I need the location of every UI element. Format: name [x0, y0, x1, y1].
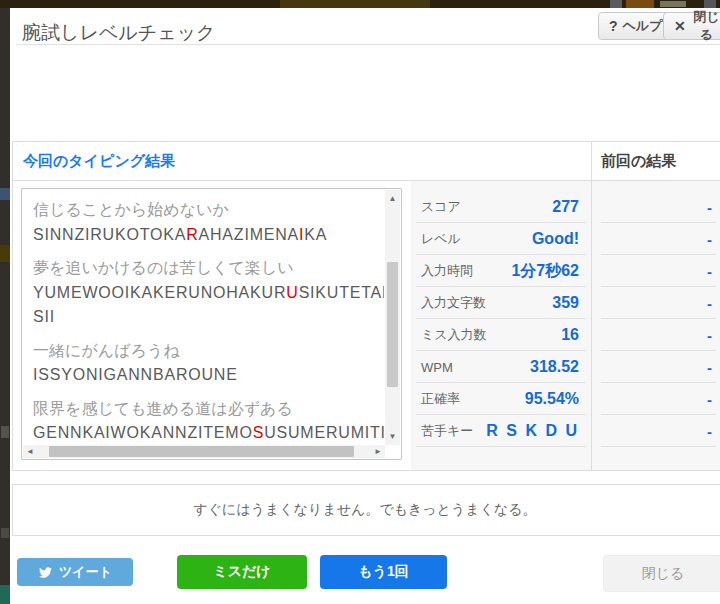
result-label: WPM: [421, 360, 453, 375]
previous-result-row: -: [592, 351, 720, 383]
miss-letter: U: [286, 284, 298, 301]
page-background-top: [0, 0, 720, 8]
background-fragment: [660, 1, 686, 7]
result-message: すぐにはうまくなりません。でもきっとうまくなる。: [193, 501, 536, 519]
result-value: 318.52: [530, 358, 579, 376]
previous-results-title: 前回の結果: [601, 152, 676, 171]
previous-result-value: -: [707, 231, 712, 248]
horizontal-scroll-thumb[interactable]: [49, 446, 354, 457]
result-value: 359: [552, 294, 579, 312]
result-label: 苦手キー: [421, 422, 473, 440]
background-fragment: [626, 0, 654, 8]
kana-line: 一緒にがんばろうね: [33, 339, 384, 364]
results-section: 今回のタイピング結果 前回の結果 信じることから始めないかSINNZIRUKOT…: [12, 141, 720, 471]
result-value: R S K D U: [486, 422, 579, 440]
page-background-left: [0, 8, 10, 604]
previous-result-row: -: [592, 383, 720, 415]
previous-result-value: -: [707, 391, 712, 408]
twitter-bird-icon: [38, 566, 53, 579]
kana-line: 夢を追いかけるのは苦しくて楽しい: [33, 256, 384, 281]
previous-result-value: -: [707, 423, 712, 440]
scroll-right-icon[interactable]: ►: [371, 445, 385, 458]
result-label: 入力時間: [421, 262, 473, 280]
background-fragment: [1, 528, 9, 538]
close-icon: ✕: [674, 18, 686, 34]
text-paragraph: 夢を追いかけるのは苦しくて楽しいYUMEWOOIKAKERUNOHAKURUSI…: [33, 256, 384, 330]
background-fragment: [0, 245, 10, 262]
result-row: レベルGood!: [411, 223, 591, 255]
result-row: 正確率95.54%: [411, 383, 591, 415]
previous-result-value: -: [707, 327, 712, 344]
close-button[interactable]: 閉じる: [603, 555, 720, 592]
previous-result-row: -: [592, 255, 720, 287]
result-row: ミス入力数16: [411, 319, 591, 351]
vertical-scrollbar[interactable]: ▲ ▼: [385, 190, 400, 445]
previous-result-value: -: [707, 263, 712, 280]
result-row: WPM318.52: [411, 351, 591, 383]
previous-result-row: -: [592, 287, 720, 319]
background-fragment: [0, 585, 10, 604]
previous-result-row: -: [592, 223, 720, 255]
previous-result-row: -: [592, 415, 720, 447]
dialog-close-button[interactable]: ✕ 閉じる: [663, 12, 720, 40]
typing-text-area[interactable]: 信じることから始めないかSINNZIRUKOTOKARAHAZIMENAIKA夢…: [21, 188, 402, 460]
result-row: スコア277: [411, 191, 591, 223]
miss-letter: S: [253, 424, 264, 441]
background-fragment: [1, 426, 9, 438]
previous-result-row: -: [592, 319, 720, 351]
result-row: 入力文字数359: [411, 287, 591, 319]
kana-line: 信じることから始めないか: [33, 198, 384, 223]
scroll-down-icon[interactable]: ▼: [385, 429, 400, 444]
scroll-left-icon[interactable]: ◄: [23, 445, 37, 458]
result-value: 1分7秒62: [511, 261, 579, 282]
horizontal-scrollbar[interactable]: ◄ ►: [23, 445, 385, 458]
background-fragment: [0, 188, 10, 200]
scroll-up-icon[interactable]: ▲: [385, 191, 400, 206]
miss-only-button[interactable]: ミスだけ: [177, 555, 307, 589]
previous-result-value: -: [707, 295, 712, 312]
vertical-scroll-thumb[interactable]: [387, 262, 398, 387]
result-label: スコア: [421, 198, 461, 216]
romaji-line: ISSYONIGANNBAROUNE: [33, 363, 384, 388]
typing-text-content: 信じることから始めないかSINNZIRUKOTOKARAHAZIMENAIKA夢…: [23, 190, 384, 444]
romaji-line: SINNZIRUKOTOKARAHAZIMENAIKA: [33, 223, 384, 248]
tweet-button-label: ツイート: [59, 563, 112, 581]
result-row: 入力時間1分7秒62: [411, 255, 591, 287]
result-value: 277: [552, 198, 579, 216]
romaji-line: GENNKAIWOKANNZITEMOSUSUMERUMITIH: [33, 421, 384, 444]
current-results-table: スコア277レベルGood!入力時間1分7秒62入力文字数359ミス入力数16W…: [411, 181, 591, 470]
retry-button[interactable]: もう1回: [320, 555, 447, 589]
background-fragment: [704, 0, 716, 8]
romaji-line: SII: [33, 305, 384, 330]
previous-result-value: -: [707, 199, 712, 216]
result-value: 95.54%: [525, 390, 579, 408]
level-check-dialog: 腕試しレベルチェック ? ヘルプ ✕ 閉じる 今回のタイピング結果 前回の結果 …: [10, 8, 720, 604]
text-paragraph: 一緒にがんばろうねISSYONIGANNBAROUNE: [33, 339, 384, 388]
romaji-line: YUMEWOOIKAKERUNOHAKURUSIKUTETANO: [33, 281, 384, 306]
result-label: レベル: [421, 230, 461, 248]
question-icon: ?: [609, 18, 618, 34]
previous-result-value: -: [707, 359, 712, 376]
background-fragment: [280, 0, 430, 8]
result-label: 入力文字数: [421, 294, 486, 312]
text-paragraph: 信じることから始めないかSINNZIRUKOTOKARAHAZIMENAIKA: [33, 198, 384, 247]
background-fragment: [610, 0, 622, 8]
kana-line: 限界を感じても進める道は必ずある: [33, 397, 384, 422]
result-value: Good!: [532, 230, 579, 248]
result-row: 苦手キーR S K D U: [411, 415, 591, 447]
dialog-close-label: 閉じる: [691, 8, 720, 44]
text-paragraph: 限界を感じても進める道は必ずあるGENNKAIWOKANNZITEMOSUSUM…: [33, 397, 384, 445]
previous-results-table: --------: [592, 181, 720, 470]
result-message-box: すぐにはうまくなりません。でもきっとうまくなる。: [12, 484, 720, 536]
current-results-title: 今回のタイピング結果: [23, 152, 175, 171]
result-label: ミス入力数: [421, 326, 487, 344]
results-section-header: 今回のタイピング結果 前回の結果: [13, 142, 720, 181]
previous-result-row: -: [592, 191, 720, 223]
dialog-title: 腕試しレベルチェック: [22, 20, 216, 46]
miss-letter: R: [186, 226, 198, 243]
tweet-button[interactable]: ツイート: [17, 558, 133, 586]
result-value: 16: [561, 326, 579, 344]
screen: 腕試しレベルチェック ? ヘルプ ✕ 閉じる 今回のタイピング結果 前回の結果 …: [0, 0, 720, 604]
help-button-label: ヘルプ: [623, 17, 663, 35]
result-label: 正確率: [421, 390, 460, 408]
